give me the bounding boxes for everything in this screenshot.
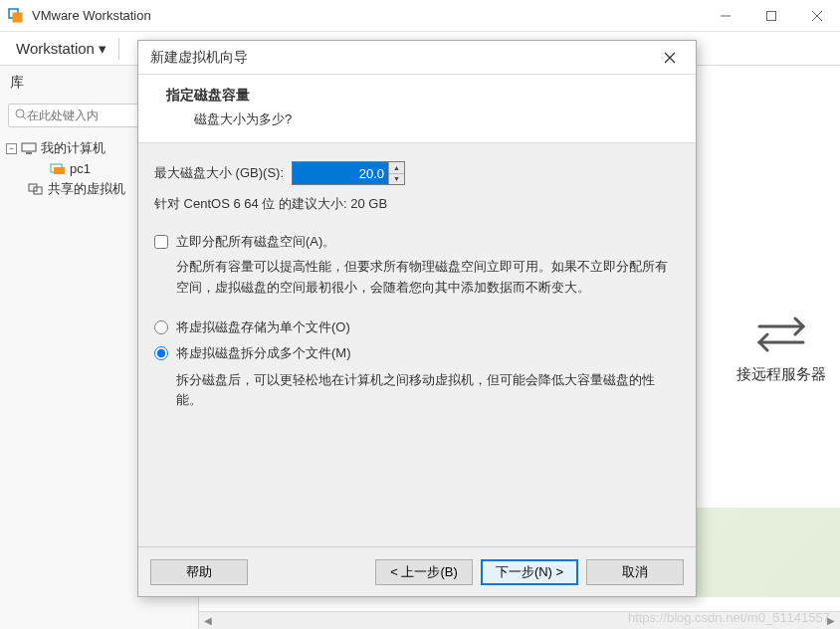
scroll-right-icon[interactable]: ▶ <box>822 612 840 630</box>
window-titlebar: VMware Workstation <box>0 0 840 32</box>
disk-single-file-label: 将虚拟磁盘存储为单个文件(O) <box>176 318 350 336</box>
dialog-subheading: 磁盘大小为多少? <box>194 110 676 128</box>
maximize-button[interactable] <box>748 0 794 32</box>
collapse-icon[interactable]: − <box>6 143 17 154</box>
remote-server-tile[interactable]: 接远程服务器 <box>736 314 826 384</box>
svg-rect-3 <box>767 11 776 20</box>
max-disk-size-label: 最大磁盘大小 (GB)(S): <box>154 164 284 182</box>
svg-rect-8 <box>22 143 36 151</box>
dialog-footer: 帮助 < 上一步(B) 下一步(N) > 取消 <box>138 546 696 596</box>
tree-label: pc1 <box>70 161 91 176</box>
allocate-now-checkbox[interactable] <box>154 235 168 249</box>
disk-split-file-row[interactable]: 将虚拟磁盘拆分成多个文件(M) <box>154 344 672 362</box>
spinner-up-icon[interactable]: ▲ <box>389 162 404 174</box>
disk-split-description: 拆分磁盘后，可以更轻松地在计算机之间移动虚拟机，但可能会降低大容量磁盘的性能。 <box>176 370 672 412</box>
max-disk-size-row: 最大磁盘大小 (GB)(S): ▲ ▼ <box>154 161 672 185</box>
recommended-size-text: 针对 CentOS 6 64 位 的建议大小: 20 GB <box>154 195 672 213</box>
dialog-header: 指定磁盘容量 磁盘大小为多少? <box>138 75 696 143</box>
remote-server-label: 接远程服务器 <box>736 365 826 384</box>
scroll-left-icon[interactable]: ◀ <box>199 612 217 630</box>
workstation-menu[interactable]: Workstation ▾ <box>10 36 112 62</box>
disk-single-file-row[interactable]: 将虚拟磁盘存储为单个文件(O) <box>154 318 672 336</box>
tree-label: 共享的虚拟机 <box>48 180 125 198</box>
dialog-close-button[interactable] <box>656 44 684 72</box>
svg-point-6 <box>16 109 24 117</box>
shared-vm-icon <box>28 182 44 196</box>
dialog-titlebar: 新建虚拟机向导 <box>138 41 696 75</box>
transfer-icon <box>753 314 809 357</box>
vm-icon <box>50 162 66 176</box>
cancel-button[interactable]: 取消 <box>586 559 684 585</box>
max-disk-size-spinner[interactable]: ▲ ▼ <box>292 161 405 185</box>
menu-divider <box>118 38 119 60</box>
search-icon <box>15 108 27 123</box>
svg-line-7 <box>23 116 26 119</box>
disk-single-file-radio[interactable] <box>154 320 168 334</box>
close-button[interactable] <box>794 0 840 32</box>
spinner-down-icon[interactable]: ▼ <box>389 174 404 185</box>
max-disk-size-input[interactable] <box>293 162 388 184</box>
svg-rect-11 <box>54 167 65 174</box>
dialog-heading: 指定磁盘容量 <box>166 87 676 105</box>
window-title: VMware Workstation <box>32 8 703 23</box>
minimize-button[interactable] <box>703 0 748 32</box>
next-button[interactable]: 下一步(N) > <box>481 559 578 585</box>
back-button[interactable]: < 上一步(B) <box>375 559 473 585</box>
disk-split-file-label: 将虚拟磁盘拆分成多个文件(M) <box>176 344 351 362</box>
chevron-down-icon: ▾ <box>99 40 106 58</box>
help-button[interactable]: 帮助 <box>150 559 248 585</box>
tree-label: 我的计算机 <box>41 139 105 157</box>
svg-rect-1 <box>13 13 22 22</box>
scroll-track[interactable] <box>217 612 822 629</box>
workstation-menu-label: Workstation <box>16 40 95 57</box>
allocate-now-label: 立即分配所有磁盘空间(A)。 <box>176 233 335 251</box>
allocate-now-row[interactable]: 立即分配所有磁盘空间(A)。 <box>154 233 672 251</box>
dialog-title: 新建虚拟机向导 <box>150 49 656 67</box>
dialog-body: 最大磁盘大小 (GB)(S): ▲ ▼ 针对 CentOS 6 64 位 的建议… <box>138 143 696 546</box>
computer-icon <box>21 141 37 155</box>
new-vm-wizard-dialog: 新建虚拟机向导 指定磁盘容量 磁盘大小为多少? 最大磁盘大小 (GB)(S): … <box>137 40 697 597</box>
allocate-now-description: 分配所有容量可以提高性能，但要求所有物理磁盘空间立即可用。如果不立即分配所有空间… <box>176 257 672 299</box>
horizontal-scrollbar[interactable]: ◀ ▶ <box>199 611 840 629</box>
disk-split-file-radio[interactable] <box>154 346 168 360</box>
vmware-logo-icon <box>8 8 24 24</box>
